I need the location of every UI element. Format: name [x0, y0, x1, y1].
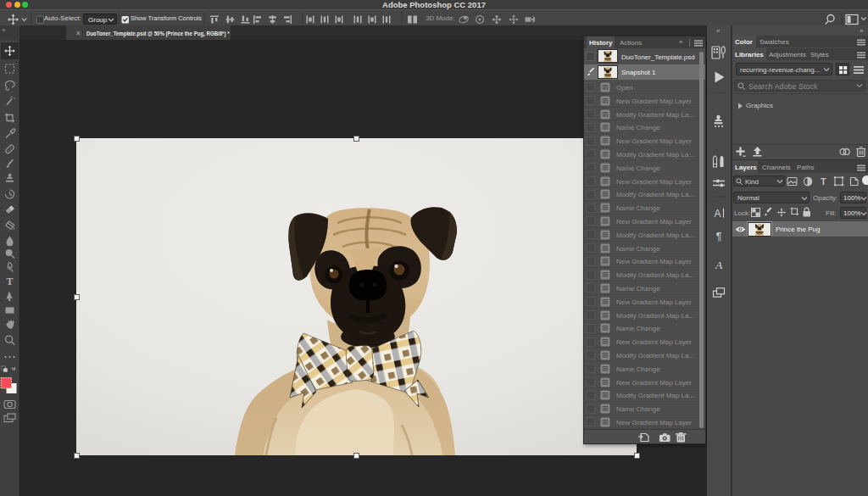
svg-text:T: T [6, 276, 13, 287]
svg-text:A: A [714, 208, 721, 220]
svg-text:T: T [821, 176, 826, 187]
svg-text:¶: ¶ [716, 231, 722, 242]
svg-text:A: A [715, 259, 723, 271]
